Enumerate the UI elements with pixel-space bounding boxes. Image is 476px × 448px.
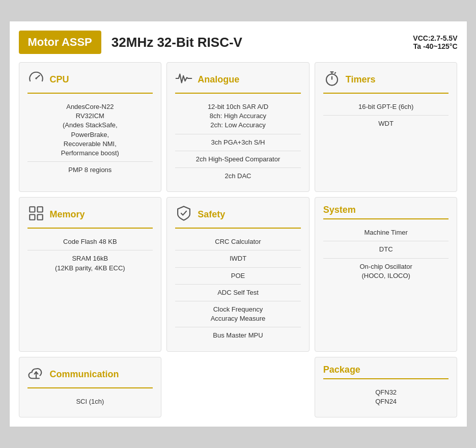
analogue-item-4: 2ch DAC (175, 168, 301, 184)
header-title: 32MHz 32-Bit RISC-V (111, 35, 403, 50)
upload-cloud-icon (27, 365, 45, 384)
svg-rect-10 (37, 215, 42, 220)
package-divider (323, 378, 449, 379)
svg-line-6 (334, 72, 336, 74)
waveform-icon (175, 70, 192, 90)
timers-item-1: 16-bit GPT-E (6ch) (323, 99, 449, 116)
stopwatch-icon (323, 70, 341, 90)
card-analogue: Analogue 12-bit 10ch SAR A/D8ch: High Ac… (166, 62, 310, 192)
card-package-title: Package (323, 365, 360, 375)
card-cpu-header: CPU (27, 70, 153, 90)
card-cpu-title: CPU (50, 74, 69, 85)
card-memory-header: Memory (27, 205, 153, 225)
card-timers: Timers 16-bit GPT-E (6ch) WDT (315, 62, 458, 192)
card-timers-title: Timers (346, 74, 376, 85)
speedometer-icon (27, 70, 45, 90)
communication-divider (27, 387, 153, 388)
safety-item-5: Clock FrequencyAccuracy Measure (175, 301, 301, 327)
memory-divider (27, 228, 153, 229)
header-specs: VCC:2.7-5.5V Ta -40~125°C (413, 34, 457, 50)
card-timers-header: Timers (323, 70, 449, 90)
header-badge: Motor ASSP (19, 31, 101, 54)
safety-divider (175, 228, 301, 229)
safety-item-4: ADC Self Test (175, 285, 301, 301)
card-analogue-header: Analogue (175, 70, 301, 90)
card-system: System Machine Timer DTC On-chip Oscilla… (315, 197, 458, 351)
analogue-item-2: 3ch PGA+3ch S/H (175, 134, 301, 151)
cpu-item-2: PMP 8 regions (27, 162, 153, 178)
card-safety-title: Safety (198, 209, 225, 220)
safety-item-2: IWDT (175, 250, 301, 267)
cpu-divider (27, 93, 153, 94)
analogue-item-1: 12-bit 10ch SAR A/D8ch: High Accuracy2ch… (175, 99, 301, 134)
svg-rect-9 (30, 215, 35, 220)
card-communication: Communication SCI (1ch) (19, 357, 162, 417)
grid-icon (27, 205, 45, 225)
card-cpu: CPU AndesCore-N22RV32ICM(Andes StackSafe… (19, 62, 162, 192)
main-container: Motor ASSP 32MHz 32-Bit RISC-V VCC:2.7-5… (9, 21, 467, 427)
safety-item-1: CRC Calculator (175, 234, 301, 250)
card-grid: CPU AndesCore-N22RV32ICM(Andes StackSafe… (19, 62, 458, 417)
card-communication-header: Communication (27, 365, 153, 384)
card-safety: Safety CRC Calculator IWDT POE ADC Self … (166, 197, 310, 351)
system-item-1: Machine Timer (323, 225, 449, 241)
timers-divider (323, 93, 449, 94)
header: Motor ASSP 32MHz 32-Bit RISC-V VCC:2.7-5… (19, 31, 458, 54)
timers-item-2: WDT (323, 116, 449, 132)
card-empty (166, 357, 310, 417)
card-memory: Memory Code Flash 48 KB SRAM 16kB(12KB p… (19, 197, 162, 351)
memory-item-1: Code Flash 48 KB (27, 234, 153, 250)
svg-rect-8 (37, 207, 42, 212)
card-memory-title: Memory (50, 209, 85, 220)
shield-icon (175, 205, 192, 225)
cpu-item-1: AndesCore-N22RV32ICM(Andes StackSafe,Pow… (27, 99, 153, 162)
communication-item-1: SCI (1ch) (27, 394, 153, 410)
memory-item-2: SRAM 16kB(12KB parity, 4KB ECC) (27, 250, 153, 276)
svg-point-2 (326, 74, 338, 86)
card-analogue-title: Analogue (198, 74, 239, 85)
analogue-item-3: 2ch High-Speed Comparator (175, 151, 301, 168)
safety-item-6: Bus Master MPU (175, 327, 301, 344)
card-package: Package QFN32QFN24 (315, 357, 458, 417)
safety-item-3: POE (175, 268, 301, 285)
system-divider (323, 218, 449, 219)
system-item-2: DTC (323, 241, 449, 258)
package-item-1: QFN32QFN24 (323, 384, 449, 410)
card-system-header: System (323, 205, 449, 215)
card-communication-title: Communication (50, 369, 119, 380)
svg-rect-7 (30, 207, 35, 212)
card-system-title: System (323, 205, 356, 215)
card-package-header: Package (323, 365, 449, 375)
analogue-divider (175, 93, 301, 94)
card-safety-header: Safety (175, 205, 301, 225)
svg-point-1 (35, 77, 37, 79)
system-item-3: On-chip Oscillator(HOCO, ILOCO) (323, 259, 449, 284)
